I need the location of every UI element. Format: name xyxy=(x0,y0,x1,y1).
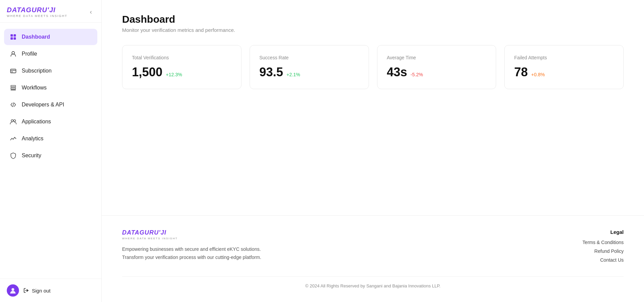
sidebar-item-label: Analytics xyxy=(22,136,43,142)
people-icon xyxy=(9,118,17,125)
main-content: Dashboard Monitor your verification metr… xyxy=(102,0,644,215)
page-subtitle: Monitor your verification metrics and pe… xyxy=(122,27,624,33)
main-area: Dashboard Monitor your verification metr… xyxy=(102,0,644,302)
footer-logo-title: DATAGURU'JI xyxy=(122,229,261,236)
svg-rect-10 xyxy=(11,89,16,90)
footer-logo-block: DATAGURU'JI WHERE DATA MEETS INSIGHT Emp… xyxy=(122,229,261,262)
footer-top: DATAGURU'JI WHERE DATA MEETS INSIGHT Emp… xyxy=(122,229,624,263)
metric-value: 1,500 xyxy=(132,65,162,79)
metric-label: Total Verifications xyxy=(132,55,232,60)
sidebar-nav: Dashboard Profile Subscription xyxy=(0,23,101,279)
footer-copyright: © 2024 All Rights Reserved by Sangani an… xyxy=(122,276,624,292)
sidebar-item-profile[interactable]: Profile xyxy=(4,46,97,62)
sidebar-item-subscription[interactable]: Subscription xyxy=(4,63,97,79)
metric-label: Failed Attempts xyxy=(514,55,614,60)
svg-point-14 xyxy=(12,288,14,291)
svg-rect-3 xyxy=(14,37,16,40)
sidebar-item-label: Subscription xyxy=(22,68,52,74)
svg-rect-8 xyxy=(11,85,16,87)
metric-change: -5.2% xyxy=(411,72,423,77)
sidebar-item-applications[interactable]: Applications xyxy=(4,114,97,130)
sidebar-item-workflows[interactable]: Workflows xyxy=(4,80,97,96)
footer-desc-line1: Empowering businesses with secure and ef… xyxy=(122,246,261,252)
page-title: Dashboard xyxy=(122,14,624,25)
sidebar-item-label: Applications xyxy=(22,119,51,125)
shield-icon xyxy=(9,152,17,159)
footer-desc-line2: Transform your verification process with… xyxy=(122,255,261,260)
metric-card-total-verifications: Total Verifications 1,500 +12.3% xyxy=(122,45,241,89)
footer-section: DATAGURU'JI WHERE DATA MEETS INSIGHT Emp… xyxy=(102,215,644,302)
metric-label: Success Rate xyxy=(259,55,359,60)
metrics-row: Total Verifications 1,500 +12.3% Success… xyxy=(122,45,624,89)
sidebar-item-label: Developers & API xyxy=(22,102,64,108)
metric-card-success-rate: Success Rate 93.5 +2.1% xyxy=(250,45,369,89)
card-icon xyxy=(9,67,17,75)
contact-us-link[interactable]: Contact Us xyxy=(600,257,624,263)
metric-value: 43s xyxy=(387,65,407,79)
sidebar-footer: Sign out xyxy=(0,279,101,302)
footer-brand-tagline: WHERE DATA MEETS INSIGHT xyxy=(122,237,261,240)
sign-out-label: Sign out xyxy=(32,288,51,294)
footer-brand-part2: JI xyxy=(161,229,167,236)
svg-rect-9 xyxy=(11,87,16,89)
signout-icon xyxy=(23,287,29,294)
logo-block: DATAGURU'JI WHERE DATA MEETS INSIGHT xyxy=(7,6,67,18)
logo-tagline: WHERE DATA MEETS INSIGHT xyxy=(7,14,67,18)
metric-change: +2.1% xyxy=(287,72,300,77)
metric-card-average-time: Average Time 43s -5.2% xyxy=(377,45,496,89)
terms-conditions-link[interactable]: Terms & Conditions xyxy=(583,240,624,245)
footer-description: Empowering businesses with secure and ef… xyxy=(122,245,261,262)
svg-rect-2 xyxy=(11,37,13,40)
svg-rect-5 xyxy=(11,69,16,73)
refund-policy-link[interactable]: Refund Policy xyxy=(594,248,624,254)
logo-title: DATAGURU'JI xyxy=(7,6,67,14)
avatar xyxy=(7,284,19,297)
sidebar-item-analytics[interactable]: Analytics xyxy=(4,130,97,147)
metric-value: 78 xyxy=(514,65,528,79)
sidebar-item-label: Security xyxy=(22,153,41,159)
sidebar-item-label: Workflows xyxy=(22,85,47,91)
metric-change: +0.8% xyxy=(531,72,545,77)
activity-icon xyxy=(9,135,17,142)
grid-icon xyxy=(9,33,17,41)
svg-rect-1 xyxy=(14,34,16,37)
logo-name-part2: JI xyxy=(49,6,56,14)
sidebar-item-label: Dashboard xyxy=(22,34,50,40)
metric-value-row: 93.5 +2.1% xyxy=(259,65,359,79)
sidebar-item-label: Profile xyxy=(22,51,37,57)
metric-change: +12.3% xyxy=(166,72,182,77)
metric-label: Average Time xyxy=(387,55,487,60)
metric-value: 93.5 xyxy=(259,65,283,79)
sidebar-item-security[interactable]: Security xyxy=(4,147,97,164)
metric-value-row: 1,500 +12.3% xyxy=(132,65,232,79)
svg-line-11 xyxy=(13,103,14,107)
svg-point-12 xyxy=(11,120,13,122)
footer-legal: Legal Terms & Conditions Refund Policy C… xyxy=(583,229,624,263)
logo-name-part1: DATAGURU xyxy=(7,6,47,14)
svg-rect-0 xyxy=(11,34,13,37)
metric-value-row: 78 +0.8% xyxy=(514,65,614,79)
footer-legal-title: Legal xyxy=(583,229,624,235)
layers-icon xyxy=(9,84,17,92)
metric-card-failed-attempts: Failed Attempts 78 +0.8% xyxy=(504,45,624,89)
sidebar: DATAGURU'JI WHERE DATA MEETS INSIGHT ‹ D… xyxy=(0,0,102,302)
footer-legal-links: Terms & Conditions Refund Policy Contact… xyxy=(583,240,624,263)
svg-point-13 xyxy=(14,120,16,122)
sign-out-button[interactable]: Sign out xyxy=(23,287,51,294)
collapse-sidebar-button[interactable]: ‹ xyxy=(87,7,95,17)
code-icon xyxy=(9,101,17,108)
sidebar-item-developers-api[interactable]: Developers & API xyxy=(4,97,97,113)
sidebar-header: DATAGURU'JI WHERE DATA MEETS INSIGHT ‹ xyxy=(0,0,101,23)
user-icon xyxy=(9,50,17,58)
metric-value-row: 43s -5.2% xyxy=(387,65,487,79)
footer-brand-part1: DATAGURU xyxy=(122,229,159,236)
sidebar-item-dashboard[interactable]: Dashboard xyxy=(4,29,97,45)
